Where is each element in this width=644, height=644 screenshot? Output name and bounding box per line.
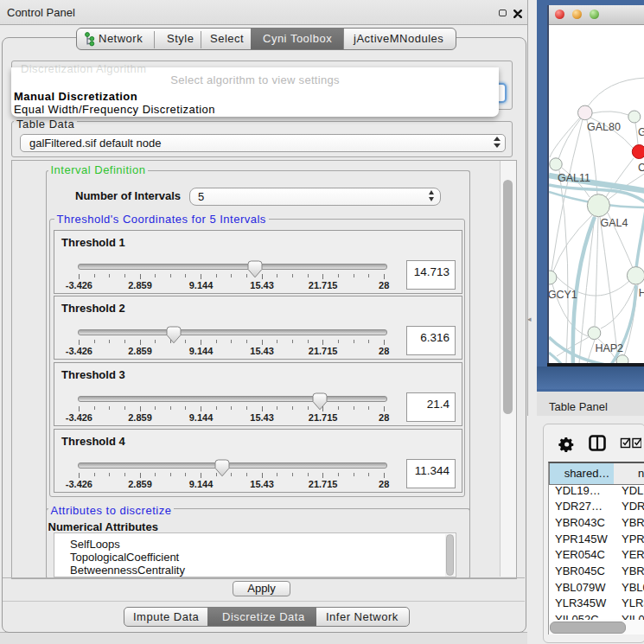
svg-text:GAL11: GAL11 [558, 172, 590, 184]
svg-text:HAP4: HAP4 [639, 287, 644, 299]
svg-text:CYC: CYC [638, 162, 644, 174]
svg-text:GAL80: GAL80 [587, 121, 621, 133]
svg-text:HAP2: HAP2 [595, 342, 623, 354]
svg-text:GAL4: GAL4 [601, 217, 628, 229]
svg-text:GCY1: GCY1 [549, 289, 577, 301]
svg-text:GAL2: GAL2 [638, 126, 644, 138]
